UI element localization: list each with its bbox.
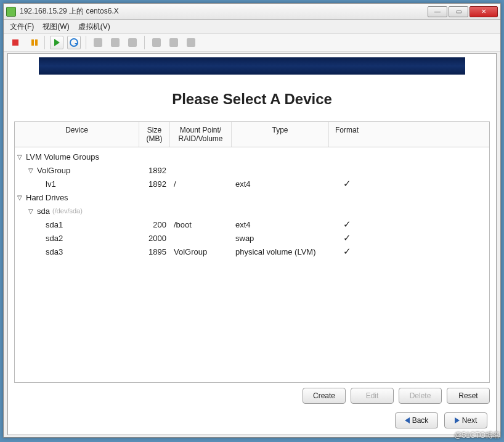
checkmark-icon: ✓ [329,178,365,189]
menu-view[interactable]: 视图(W) [43,22,69,32]
checkmark-icon: ✓ [329,219,365,230]
pause-button[interactable] [26,36,39,49]
refresh-button[interactable] [67,36,81,49]
guest-screen: Please Select A Device Device Size (MB) … [7,53,497,435]
checkmark-icon: ✓ [329,246,365,257]
tree-item-sda3[interactable]: sda3 1895 VolGroup physical volume (LVM)… [15,245,489,258]
arrow-right-icon [455,417,460,424]
tree-group-harddrives[interactable]: ▽Hard Drives [15,190,489,204]
titlebar[interactable]: 192.168.15.29 上的 centos6.X — ▭ ✕ [4,4,500,20]
next-button[interactable]: Next [444,412,487,428]
disclosure-icon[interactable]: ▽ [17,194,23,201]
separator [44,36,45,49]
col-size[interactable]: Size (MB) [139,122,170,147]
tree-item-sda[interactable]: ▽sda(/dev/sda) [15,204,489,218]
checkmark-icon: ✓ [329,232,365,244]
device-panel: Device Size (MB) Mount Point/ RAID/Volum… [14,121,490,383]
play-button[interactable] [50,36,63,49]
create-button[interactable]: Create [303,388,346,404]
col-type[interactable]: Type [232,122,329,147]
tool-icon [187,38,195,47]
window-title: 192.168.15.29 上的 centos6.X [20,6,426,17]
separator [86,36,86,49]
menu-file[interactable]: 文件(F) [10,22,34,32]
nav-buttons: Back Next [8,409,496,435]
menu-vm[interactable]: 虚拟机(V) [78,22,110,32]
separator [144,36,145,49]
tree-item-lv1[interactable]: lv1 1892 / ext4 ✓ [15,177,489,190]
action-buttons: Create Edit Delete Reset [8,383,496,409]
snapshot-icon [94,38,102,47]
tool-icon [111,38,120,47]
col-device[interactable]: Device [15,122,139,147]
tool-button-3[interactable] [150,36,163,49]
edit-button: Edit [351,388,394,404]
watermark: @51CTO博客 [454,430,500,441]
tool-button-4[interactable] [167,36,181,49]
col-mount[interactable]: Mount Point/ RAID/Volume [170,122,232,147]
refresh-icon [70,38,78,47]
tree-group-lvm[interactable]: ▽LVM Volume Groups [15,150,489,163]
back-button[interactable]: Back [395,412,438,428]
arrow-left-icon [405,417,410,424]
disclosure-icon[interactable]: ▽ [17,153,23,160]
tool-button-1[interactable] [108,36,122,49]
close-button[interactable]: ✕ [469,6,498,17]
tree-item-sda2[interactable]: sda2 2000 swap ✓ [15,231,489,245]
tool-button-5[interactable] [184,36,198,49]
page-title: Please Select A Device [8,81,496,121]
tree-item-volgroup[interactable]: ▽VolGroup 1892 [15,163,489,177]
tool-icon [152,38,161,47]
tool-icon [169,38,178,47]
stop-button[interactable] [9,36,22,49]
table-header: Device Size (MB) Mount Point/ RAID/Volum… [15,122,489,147]
device-tree[interactable]: ▽LVM Volume Groups ▽VolGroup 1892 lv1 18… [15,147,489,382]
maximize-button[interactable]: ▭ [449,6,468,17]
col-format[interactable]: Format [329,122,365,147]
vm-console-window: 192.168.15.29 上的 centos6.X — ▭ ✕ 文件(F) 视… [3,3,501,438]
tool-icon [128,38,137,47]
app-icon [6,7,16,17]
delete-button: Delete [399,388,442,404]
minimize-button[interactable]: — [428,6,447,17]
menubar: 文件(F) 视图(W) 虚拟机(V) [4,20,500,33]
tree-item-sda1[interactable]: sda1 200 /boot ext4 ✓ [15,218,489,231]
snapshot-button[interactable] [91,36,105,49]
disclosure-icon[interactable]: ▽ [28,208,35,215]
disclosure-icon[interactable]: ▽ [28,167,35,174]
tool-button-2[interactable] [126,36,139,49]
toolbar [4,33,500,52]
installer-banner [39,57,465,75]
reset-button[interactable]: Reset [447,388,490,404]
